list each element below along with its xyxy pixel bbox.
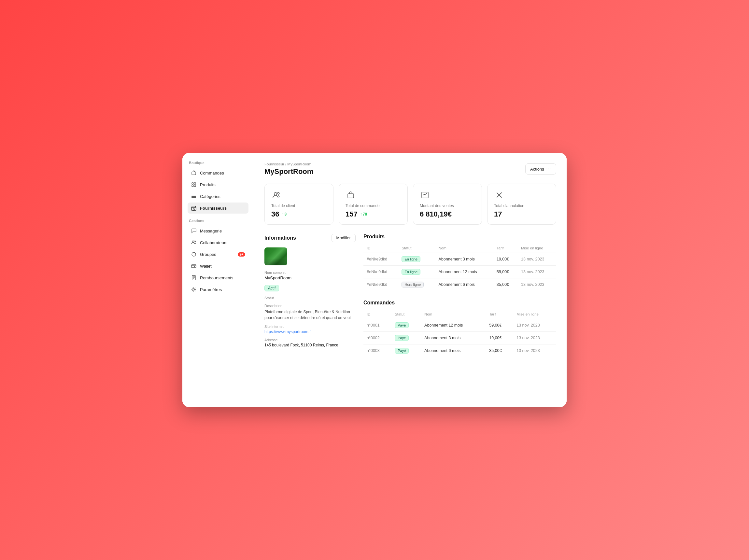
produits-row-2[interactable]: #eNke9dkd Hors ligne Abonnement 6 mois 3… [363, 278, 556, 291]
app-container: Boutique Commandes [183, 153, 566, 407]
gestions-section-label: Gestions [189, 219, 249, 223]
commandes-row-0[interactable]: n°0001 Payé Abonnement 12 mois 59,00€ 13… [363, 319, 556, 332]
commandes-row-1[interactable]: n°0002 Payé Abonnement 3 mois 19,00€ 13 … [363, 332, 556, 344]
clients-trend: ↑ 3 [282, 212, 286, 216]
produits-cell-mise: 13 nov. 2023 [518, 266, 556, 278]
commandes-cell-mise: 13 nov. 2023 [513, 319, 556, 332]
circle-icon [191, 251, 197, 257]
nom-complet-value: MySportRoom [264, 276, 356, 280]
commandes-row-2[interactable]: n°0003 Payé Abonnement 6 mois 35,00€ 13 … [363, 344, 556, 357]
produits-cell-mise: 13 nov. 2023 [518, 253, 556, 266]
groupes-badge: 9+ [238, 252, 245, 257]
commandes-cell-statut: Payé [391, 344, 421, 357]
grid-icon [191, 182, 197, 188]
svg-rect-4 [194, 185, 196, 187]
sidebar-item-commandes[interactable]: Commandes [188, 167, 249, 178]
commandes-header-row: ID Statut Nom Tarif Mise en ligne [363, 310, 556, 319]
commandes-cell-tarif: 59,00€ [486, 319, 513, 332]
svg-rect-8 [192, 208, 196, 210]
commandes-cell-mise: 13 nov. 2023 [513, 344, 556, 357]
messagerie-label: Messagerie [200, 229, 222, 233]
groupes-label: Groupes [200, 252, 216, 257]
produits-cell-tarif: 19,00€ [493, 253, 518, 266]
produits-table: ID Statut Nom Tarif Mise en ligne #eNke9… [363, 243, 556, 291]
produits-col-tarif: Tarif [493, 243, 518, 253]
chat-icon [191, 228, 197, 234]
produits-row-0[interactable]: #eNke9dkd En ligne Abonnement 3 mois 19,… [363, 253, 556, 266]
collaborateurs-label: Collaborateurs [200, 240, 228, 245]
sidebar-section-boutique: Boutique Commandes [188, 161, 249, 214]
sidebar-item-wallet[interactable]: Wallet [188, 260, 249, 272]
sidebar-item-produits[interactable]: Produits [188, 179, 249, 190]
sidebar-item-groupes[interactable]: Groupes 9+ [188, 249, 249, 260]
commandes-cell-tarif: 19,00€ [486, 332, 513, 344]
stat-card-ventes: Montant des ventes 6 810,19€ [413, 184, 482, 225]
produits-row-1[interactable]: #eNke9dkd En ligne Abonnement 12 mois 59… [363, 266, 556, 278]
sidebar-section-gestions: Gestions Messagerie [188, 219, 249, 295]
close-icon [494, 190, 505, 200]
produits-cell-id: #eNke9dkd [363, 278, 398, 291]
commandes-cell-nom: Abonnement 12 mois [421, 319, 486, 332]
svg-point-20 [277, 192, 279, 194]
produits-cell-mise: 13 nov. 2023 [518, 278, 556, 291]
svg-rect-5 [192, 195, 196, 195]
commandes-value: 157 ↑ 78 [345, 210, 401, 218]
sidebar-item-remboursements[interactable]: Remboursements [188, 272, 249, 283]
sidebar-item-parametres[interactable]: Paramètres [188, 284, 249, 295]
produits-label: Produits [200, 182, 216, 187]
sidebar: Boutique Commandes [183, 153, 254, 407]
commandes-stat-label: Total de commande [345, 203, 401, 208]
users-icon [191, 240, 197, 245]
produits-header-row: ID Statut Nom Tarif Mise en ligne [363, 243, 556, 253]
boutique-section-label: Boutique [189, 161, 249, 165]
description-value: Plateforme digitale de Sport, Bien-être … [264, 309, 356, 321]
svg-rect-9 [193, 209, 194, 210]
info-image [264, 247, 287, 265]
stat-card-annulations: Total d'annulation 17 [487, 184, 556, 225]
annulations-value: 17 [494, 210, 549, 218]
site-label: Site internet [264, 325, 356, 328]
parametres-label: Paramètres [200, 287, 222, 292]
categories-label: Catégories [200, 194, 220, 199]
produits-cell-id: #eNke9dkd [363, 253, 398, 266]
statut-label: Statut [264, 296, 356, 300]
commandes-table: ID Statut Nom Tarif Mise en ligne n°0001… [363, 310, 556, 357]
statut-badge: Hors ligne [402, 282, 424, 287]
svg-point-12 [192, 252, 196, 256]
info-panel: Informations Modifier Nom complet MySpor… [264, 234, 356, 366]
right-panel: Produits ID Statut Nom Tarif Mise en lig… [363, 234, 556, 366]
paid-badge: Payé [395, 335, 409, 341]
ellipsis-icon: ··· [546, 166, 551, 172]
bag2-icon [345, 190, 356, 200]
commandes-cell-id: n°0001 [363, 319, 391, 332]
commandes-trend: ↑ 78 [360, 212, 367, 216]
title-block: Fournisseur / MySportRoom MySportRoom [264, 162, 313, 176]
produits-cell-nom: Abonnement 6 mois [435, 278, 493, 291]
sidebar-item-categories[interactable]: Catégories [188, 191, 249, 202]
actions-label: Actions [530, 167, 544, 172]
sidebar-item-fournisseurs[interactable]: Fournisseurs [188, 202, 249, 214]
sidebar-item-collaborateurs[interactable]: Collaborateurs [188, 237, 249, 248]
bag-icon [191, 170, 197, 176]
svg-rect-7 [192, 197, 196, 198]
statut-badge: En ligne [402, 269, 421, 275]
receipt-icon [191, 275, 197, 281]
commandes-section-title: Commandes [363, 300, 556, 306]
list-icon [191, 193, 197, 199]
breadcrumb: Fournisseur / MySportRoom [264, 162, 313, 166]
svg-rect-0 [192, 172, 196, 175]
modifier-button[interactable]: Modifier [331, 234, 356, 242]
sidebar-item-messagerie[interactable]: Messagerie [188, 225, 249, 236]
svg-point-11 [194, 241, 196, 242]
actions-button[interactable]: Actions ··· [525, 164, 556, 174]
paid-badge: Payé [395, 322, 409, 328]
paid-badge: Payé [395, 348, 409, 353]
page-title: MySportRoom [264, 167, 313, 176]
produits-cell-id: #eNke9dkd [363, 266, 398, 278]
store-icon [191, 205, 197, 211]
clients-value: 36 ↑ 3 [271, 210, 327, 218]
produits-cell-tarif: 35,00€ [493, 278, 518, 291]
produits-col-mise: Mise en ligne [518, 243, 556, 253]
site-value: https://www.mysportroom.fr [264, 329, 356, 334]
ventes-label: Montant des ventes [420, 203, 475, 208]
